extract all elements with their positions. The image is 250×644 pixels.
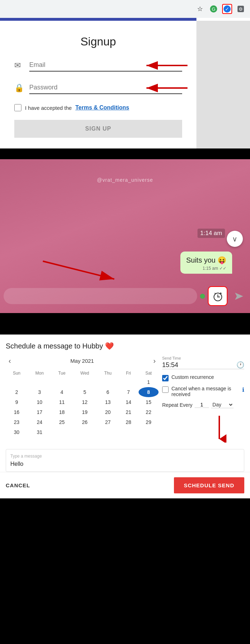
scroll-down-button[interactable]: ∨ <box>227 231 243 247</box>
cancel-when-received-checkbox[interactable] <box>162 386 169 393</box>
repeat-every-label: Repeat Every <box>162 402 192 408</box>
calendar-day-cell[interactable]: 28 <box>119 417 139 427</box>
schedule-send-button[interactable]: SCHEDULE SEND <box>174 477 244 493</box>
calendar-day-cell[interactable]: 18 <box>51 407 72 417</box>
calendar-day-cell[interactable]: 9 <box>6 397 28 407</box>
repeat-every-row: Repeat Every Day Week Month <box>162 401 244 408</box>
calendar-day-cell <box>51 377 72 387</box>
calendar-next-button[interactable]: › <box>150 356 159 366</box>
chat-watermark: @vrat_mera_universe <box>97 177 153 183</box>
blue-check-extension-icon[interactable]: ✓ <box>222 4 232 14</box>
custom-recurrence-checkbox[interactable] <box>162 375 169 381</box>
chat-time-top: 1:14 am <box>198 229 225 238</box>
calendar-day-cell[interactable]: 15 <box>139 397 159 407</box>
calendar-day-cell[interactable]: 26 <box>72 417 97 427</box>
calendar-day-cell[interactable]: 25 <box>51 417 72 427</box>
calendar-day-cell <box>28 377 51 387</box>
email-field-row: ✉ <box>14 59 182 72</box>
calendar-day-header: Wed <box>72 369 97 377</box>
message-text[interactable]: Hello <box>10 461 240 467</box>
send-button[interactable] <box>230 288 246 304</box>
calendar-day-cell[interactable]: 16 <box>6 407 28 417</box>
svg-text:✓: ✓ <box>225 6 229 12</box>
schedule-title: Schedule a message to Hubby ❤️ <box>6 342 244 350</box>
calendar-day-cell[interactable]: 27 <box>97 417 118 427</box>
calendar-day-cell <box>139 427 159 437</box>
terms-checkbox[interactable] <box>14 104 21 111</box>
calendar-day-cell[interactable]: 12 <box>72 397 97 407</box>
red-down-arrow <box>162 414 237 443</box>
calendar-day-cell[interactable]: 20 <box>97 407 118 417</box>
calendar-day-cell[interactable]: 23 <box>6 417 28 427</box>
message-placeholder: Type a message <box>10 454 240 459</box>
calendar-day-header: Fri <box>119 369 139 377</box>
calendar-week-row: 1 <box>6 377 159 387</box>
repeat-every-unit-select[interactable]: Day Week Month <box>211 401 234 408</box>
calendar-day-cell[interactable]: 11 <box>51 397 72 407</box>
calendar-day-cell[interactable]: 1 <box>139 377 159 387</box>
calendar-panel: ‹ May 2021 › SunMonTueWedThuFriSat 12345… <box>6 356 159 446</box>
cancel-when-received-label: Cancel when a message is received <box>171 386 239 397</box>
black-divider-2 <box>0 313 250 335</box>
signup-title: Signup <box>14 35 182 48</box>
calendar-day-cell[interactable]: 3 <box>28 387 51 397</box>
send-time-value[interactable]: 15:54 <box>162 361 236 369</box>
black-divider-1 <box>0 148 250 159</box>
calendar-day-cell[interactable]: 19 <box>72 407 97 417</box>
calendar-header-row: SunMonTueWedThuFriSat <box>6 369 159 377</box>
chat-input-area <box>0 286 250 306</box>
calendar-prev-button[interactable]: ‹ <box>6 356 14 366</box>
terms-link[interactable]: Terms & Conditions <box>75 104 129 111</box>
calendar-day-header: Thu <box>97 369 118 377</box>
calendar-day-cell[interactable]: 13 <box>97 397 118 407</box>
calendar-day-cell[interactable]: 29 <box>139 417 159 427</box>
schedule-body: ‹ May 2021 › SunMonTueWedThuFriSat 12345… <box>6 356 244 446</box>
calendar-day-cell[interactable]: 6 <box>97 387 118 397</box>
calendar-day-header: Sun <box>6 369 28 377</box>
calendar-day-cell[interactable]: 10 <box>28 397 51 407</box>
star-icon[interactable]: ☆ <box>195 4 205 14</box>
repeat-every-number-input[interactable] <box>195 402 209 408</box>
calendar-week-row: 3031 <box>6 427 159 437</box>
terms-row: I have accepted the Terms & Conditions <box>14 104 182 111</box>
red-arrow-down-svg <box>212 414 226 443</box>
signup-button[interactable]: SIGN UP <box>14 120 182 138</box>
clock-icon[interactable]: 🕐 <box>236 361 244 369</box>
cancel-button[interactable]: CANCEL <box>6 482 30 488</box>
calendar-day-header: Tue <box>51 369 72 377</box>
calendar-day-cell[interactable]: 8 <box>139 387 159 397</box>
calendar-nav: ‹ May 2021 › <box>6 356 159 366</box>
schedule-icon-button[interactable] <box>208 286 228 306</box>
calendar-day-cell[interactable]: 22 <box>139 407 159 417</box>
calendar-day-cell <box>6 377 28 387</box>
calendar-month-year: May 2021 <box>70 358 94 364</box>
schedule-section: Schedule a message to Hubby ❤️ ‹ May 202… <box>0 335 250 472</box>
svg-text:G: G <box>212 6 215 12</box>
calendar-day-cell[interactable]: 21 <box>119 407 139 417</box>
calendar-day-cell <box>51 427 72 437</box>
calendar-day-cell[interactable]: 31 <box>28 427 51 437</box>
chat-section: @vrat_mera_universe 1:14 am ∨ Suits you … <box>0 159 250 313</box>
signup-side-panel <box>196 21 250 148</box>
alarm-clock-icon <box>212 291 223 302</box>
calendar-day-cell <box>72 377 97 387</box>
terms-text: I have accepted the <box>25 105 72 111</box>
calendar-week-row: 2345678 <box>6 387 159 397</box>
puzzle-icon[interactable]: ⚙ <box>236 4 246 14</box>
custom-recurrence-row: Custom recurrence <box>162 374 244 381</box>
calendar-day-cell[interactable]: 2 <box>6 387 28 397</box>
calendar-day-cell[interactable]: 5 <box>72 387 97 397</box>
schedule-footer: CANCEL SCHEDULE SEND <box>0 472 250 498</box>
chat-bubble: Suits you 😝 1:15 am ✓✓ <box>180 252 232 274</box>
green-extension-icon[interactable]: G <box>209 4 219 14</box>
calendar-day-cell[interactable]: 14 <box>119 397 139 407</box>
calendar-day-cell[interactable]: 30 <box>6 427 28 437</box>
calendar-day-cell <box>72 427 97 437</box>
calendar-week-row: 9101112131415 <box>6 397 159 407</box>
calendar-day-cell[interactable]: 24 <box>28 417 51 427</box>
calendar-week-row: 16171819202122 <box>6 407 159 417</box>
calendar-day-cell[interactable]: 7 <box>119 387 139 397</box>
info-icon[interactable]: ℹ <box>242 386 244 393</box>
calendar-day-cell[interactable]: 4 <box>51 387 72 397</box>
calendar-day-cell[interactable]: 17 <box>28 407 51 417</box>
